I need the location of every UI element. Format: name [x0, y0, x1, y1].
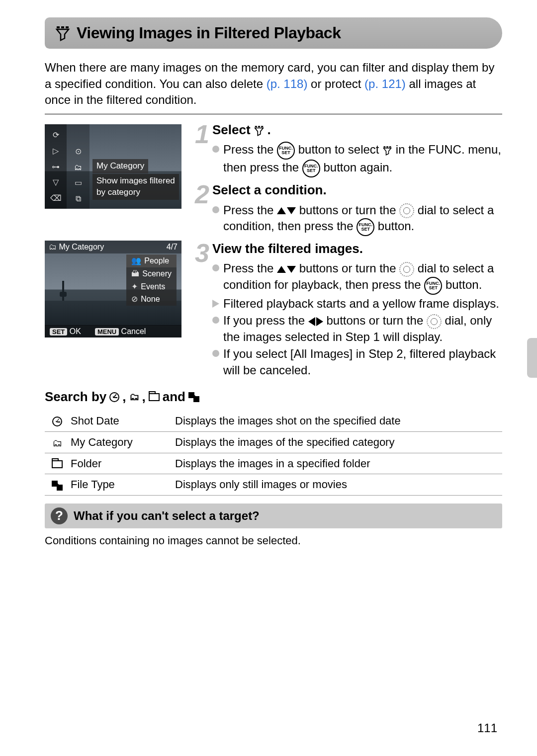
option-people: 👥People: [126, 254, 177, 267]
tip-title: What if you can't select a target?: [74, 508, 260, 524]
key-icon: ⊶: [52, 162, 60, 172]
category-menu-icon: 🗂: [74, 162, 82, 173]
option-scenery: 🏔Scenery: [126, 267, 177, 280]
filter-small-icon: ▽: [53, 177, 59, 188]
intro-paragraph: When there are many images on the memory…: [45, 60, 502, 108]
category-options: 👥People 🏔Scenery ✦Events ⊘None: [126, 254, 177, 305]
tip-heading-bar: ? What if you can't select a target?: [45, 504, 502, 528]
svg-rect-5: [261, 126, 263, 128]
step-1: 1 Select . Press the FUNC.SET button to …: [192, 121, 502, 178]
filetype-menu-icon: ⧉: [76, 193, 81, 204]
category-top-icon: 🗂: [49, 243, 57, 251]
svg-rect-2: [66, 26, 69, 28]
menu-description: Show images filtered by category: [92, 174, 179, 200]
clock-menu-icon: ⊙: [75, 146, 82, 157]
tip-body: Conditions containing no images cannot b…: [45, 533, 502, 548]
triangle-bullet-icon: [212, 300, 219, 308]
search-desc: Displays the images shot on the specifie…: [171, 411, 502, 431]
func-set-button-icon: FUNC.SET: [424, 277, 442, 295]
step-3: 3 View the filtered images. Press the bu…: [192, 240, 502, 379]
none-icon: ⊘: [131, 294, 138, 305]
shot2-title: 🗂 My Category: [49, 242, 104, 252]
option-none: ⊘None: [126, 293, 177, 306]
search-by-heading: Search by , 🗂, and: [45, 388, 502, 406]
link-p121[interactable]: (p. 121): [364, 77, 406, 90]
link-p118[interactable]: (p. 118): [267, 77, 308, 90]
trash-icon: ⌫: [50, 193, 62, 204]
svg-rect-3: [255, 126, 257, 128]
step-1-line-1: Press the FUNC.SET button to select in t…: [212, 142, 502, 177]
option-events: ✦Events: [126, 280, 177, 293]
bullet-icon: [212, 206, 219, 213]
step-2-line-1: Press the buttons or turn the dial to se…: [212, 202, 502, 237]
page-title: Viewing Images in Filtered Playback: [77, 22, 341, 44]
folder-icon: [52, 460, 63, 468]
category-icon: 🗂: [129, 390, 139, 404]
camera-screenshot-category: 🗂 My Category 4/7 👥People 🏔Scenery ✦Even…: [45, 241, 181, 337]
search-desc: Displays the images of the specified cat…: [171, 431, 502, 453]
svg-rect-4: [258, 126, 260, 128]
table-row: 🗂 My Category Displays the images of the…: [45, 431, 502, 453]
shot2-counter: 4/7: [167, 242, 178, 252]
control-dial-icon: [427, 314, 442, 329]
left-right-buttons-icon: [308, 317, 323, 326]
shot2-set-ok: SET OK: [50, 326, 81, 337]
step-number-3: 3: [192, 240, 209, 379]
func-set-button-icon: FUNC.SET: [277, 142, 295, 160]
divider: [45, 114, 502, 114]
question-mark-icon: ?: [51, 507, 68, 524]
filter-playback-icon: [55, 25, 71, 41]
search-by-table: Shot Date Displays the images shot on th…: [45, 411, 502, 496]
bullet-icon: [212, 350, 219, 357]
bullet-icon: [212, 317, 219, 324]
folder-menu-icon: ▭: [75, 177, 82, 188]
step-3-line-1: Press the buttons or turn the dial to se…: [212, 260, 502, 295]
menu-label: My Category: [92, 159, 148, 173]
up-down-buttons-icon: [277, 266, 296, 273]
events-icon: ✦: [131, 281, 138, 292]
step-number-1: 1: [192, 121, 209, 178]
step-2-title: Select a condition.: [212, 181, 502, 199]
svg-rect-6: [384, 147, 386, 148]
search-desc: Displays only still images or movies: [171, 474, 502, 496]
search-name: Folder: [67, 453, 171, 474]
file-type-icon: [52, 481, 63, 491]
step-1-title: Select .: [212, 121, 502, 139]
control-dial-icon: [399, 262, 414, 277]
page-title-bar: Viewing Images in Filtered Playback: [45, 17, 502, 49]
step-3-line-2: Filtered playback starts and a yellow fr…: [212, 296, 502, 312]
filter-icon-inline: [254, 121, 265, 139]
section-tab: [527, 338, 537, 378]
search-name: Shot Date: [67, 411, 171, 431]
control-dial-icon: [399, 203, 414, 218]
shot2-menu-cancel: MENU Cancel: [95, 326, 146, 337]
func-set-button-icon: FUNC.SET: [357, 218, 374, 236]
step-3-line-3: If you press the buttons or turn the dia…: [212, 313, 502, 345]
filter-icon-inline: [382, 143, 392, 157]
svg-rect-7: [386, 147, 388, 148]
camera-screenshot-menu: ⟳ ▷ ⊶ ▽ ⌫ ⊙ 🗂 ▭ ⧉ My Category Show image…: [45, 124, 181, 209]
step-2: 2 Select a condition. Press the buttons …: [192, 181, 502, 237]
bullet-icon: [212, 264, 219, 271]
up-down-buttons-icon: [277, 207, 296, 214]
scenery-icon: 🏔: [131, 268, 139, 279]
folder-icon: [149, 393, 160, 401]
step-number-2: 2: [192, 181, 209, 237]
page-number: 111: [477, 720, 497, 736]
shot-date-icon: [109, 392, 119, 402]
svg-rect-0: [57, 26, 60, 28]
intro-text-2: or protect: [307, 77, 364, 90]
step-3-line-4: If you select [All Images] in Step 2, fi…: [212, 346, 502, 378]
step-3-title: View the filtered images.: [212, 240, 502, 257]
play-icon: ▷: [53, 146, 59, 157]
category-icon: 🗂: [52, 436, 62, 450]
table-row: File Type Displays only still images or …: [45, 474, 502, 496]
svg-rect-8: [389, 147, 391, 148]
people-icon: 👥: [131, 255, 141, 266]
rotate-icon: ⟳: [53, 130, 59, 141]
shot-date-icon: [52, 417, 62, 426]
table-row: Folder Displays the images in a specifie…: [45, 453, 502, 474]
bullet-icon: [212, 146, 219, 153]
svg-rect-1: [61, 26, 64, 28]
search-desc: Displays the images in a specified folde…: [171, 453, 502, 474]
